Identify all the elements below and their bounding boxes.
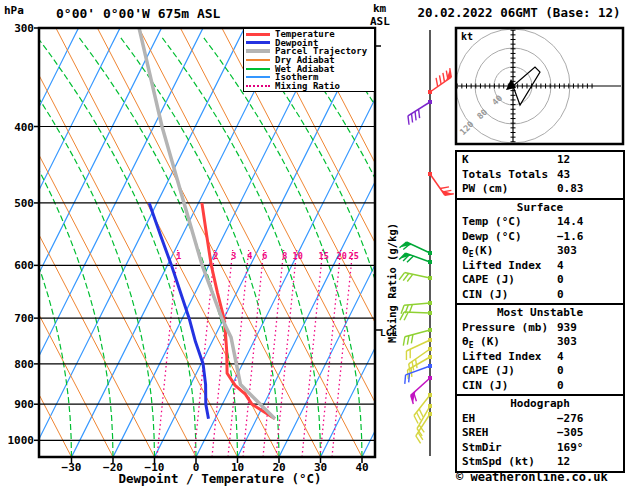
table-section-header: Surface bbox=[457, 201, 623, 216]
table-row-value: −305 bbox=[557, 426, 584, 439]
table-row-value: 0 bbox=[557, 288, 564, 301]
table-row: Lifted Index4 bbox=[457, 259, 623, 274]
wind-barb bbox=[400, 311, 432, 320]
table-section: HodographEH−276SREH−305StmDir169°StmSpd … bbox=[455, 394, 625, 473]
table-section: Most UnstablePressure (mb)939θE (K)303Li… bbox=[455, 303, 625, 396]
pressure-tick-label: 1000 bbox=[0, 434, 34, 447]
pressure-tick-label: 800 bbox=[0, 358, 34, 371]
table-row-value: 303 bbox=[557, 335, 577, 348]
dry-adiabat-line bbox=[0, 28, 30, 457]
table-row-label: StmSpd (kt) bbox=[462, 455, 535, 468]
table-row-label: EH bbox=[462, 412, 475, 425]
isotherm-line bbox=[155, 28, 370, 457]
isotherm-line bbox=[196, 28, 411, 457]
isotherm-line bbox=[238, 28, 453, 457]
mixing-ratio-value-label: 1 bbox=[170, 251, 188, 261]
table-row-label: CAPE (J) bbox=[462, 273, 515, 286]
pressure-tick-label: 400 bbox=[0, 121, 34, 134]
pressure-tick-label: 300 bbox=[0, 22, 34, 35]
table-row: PW (cm)0.83 bbox=[457, 182, 623, 197]
table-row-label: CIN (J) bbox=[462, 288, 508, 301]
indices-table: K12Totals Totals43PW (cm)0.83SurfaceTemp… bbox=[455, 152, 625, 473]
mixing-ratio-value-label: 2 bbox=[207, 251, 225, 261]
legend-label: Mixing Ratio bbox=[275, 81, 340, 91]
wind-barb-base-dot bbox=[428, 355, 432, 359]
table-row-value: 0 bbox=[557, 364, 564, 377]
temp-tick-label: 0 bbox=[180, 461, 212, 474]
lcl-label: LCL bbox=[380, 327, 397, 338]
isotherm-line bbox=[72, 28, 287, 457]
table-row: StmDir169° bbox=[457, 441, 623, 456]
wet-adiabat-line bbox=[0, 37, 155, 457]
dry-adiabat-line bbox=[222, 28, 445, 457]
temp-tick-label: 20 bbox=[263, 461, 295, 474]
mixing-ratio-value-label: 15 bbox=[315, 251, 333, 261]
pressure-tick-label: 500 bbox=[0, 197, 34, 210]
table-row: Pressure (mb)939 bbox=[457, 321, 623, 336]
table-row: CIN (J)0 bbox=[457, 379, 623, 394]
wind-barb bbox=[400, 242, 432, 255]
table-section: SurfaceTemp (°C)14.4Dewp (°C)−1.6θE(K)30… bbox=[455, 198, 625, 306]
table-row-value: 169° bbox=[557, 441, 584, 454]
wind-barb bbox=[408, 100, 432, 125]
temp-tick-label: −30 bbox=[56, 461, 88, 474]
table-row-label: Lifted Index bbox=[462, 350, 541, 363]
page-title: 0°00' 0°00'W 675m ASL bbox=[56, 6, 220, 21]
wind-barb-base-dot bbox=[428, 260, 432, 264]
table-row-label: Lifted Index bbox=[462, 259, 541, 272]
wind-barb-base-dot bbox=[428, 276, 432, 280]
legend-item: Mixing Ratio bbox=[246, 82, 372, 90]
legend-swatch-dry-adiabat bbox=[246, 59, 270, 61]
table-row-label: CIN (J) bbox=[462, 379, 508, 392]
temp-tick-label: 30 bbox=[305, 461, 337, 474]
temp-tick-label: −20 bbox=[97, 461, 129, 474]
table-row-value: 0 bbox=[557, 273, 564, 286]
wind-barb-base-dot bbox=[428, 376, 432, 380]
mixing-ratio-line bbox=[263, 250, 284, 457]
table-row: K12 bbox=[457, 153, 623, 168]
table-row: Temp (°C)14.4 bbox=[457, 215, 623, 230]
legend-swatch-temperature bbox=[246, 33, 270, 36]
table-row: CAPE (J)0 bbox=[457, 273, 623, 288]
isotherm-line bbox=[0, 28, 120, 457]
date-title: 20.02.2022 06GMT (Base: 12) bbox=[412, 5, 626, 20]
dry-adiabat-line bbox=[180, 28, 403, 457]
table-row-value: 4 bbox=[557, 259, 564, 272]
table-row-value: 0.83 bbox=[557, 182, 584, 195]
legend-swatch-parcel-trajectory bbox=[246, 49, 270, 53]
wind-barb-base-dot bbox=[428, 404, 432, 408]
wind-barb-base-dot bbox=[428, 393, 432, 397]
dry-adiabat-line bbox=[14, 28, 237, 457]
legend-swatch-isotherm bbox=[246, 76, 270, 78]
wind-barb-base-dot bbox=[428, 412, 432, 416]
table-row-value: 43 bbox=[557, 168, 570, 181]
wet-adiabat-line bbox=[0, 37, 30, 457]
mixing-ratio-value-label: 10 bbox=[289, 251, 307, 261]
temp-tick-label: 40 bbox=[346, 461, 378, 474]
wind-barb bbox=[428, 68, 451, 94]
table-row-label: Pressure (mb) bbox=[462, 321, 548, 334]
hodograph-unit-label: kt bbox=[461, 31, 473, 42]
wind-barb bbox=[399, 273, 432, 282]
table-row-value: −1.6 bbox=[557, 230, 584, 243]
table-row-label: Dewp (°C) bbox=[462, 230, 522, 243]
dry-adiabat-line bbox=[0, 28, 72, 457]
isotherm-line bbox=[30, 28, 245, 457]
table-section: K12Totals Totals43PW (cm)0.83 bbox=[455, 150, 625, 200]
wind-barb-base-dot bbox=[428, 338, 432, 342]
pressure-unit-label: hPa bbox=[4, 4, 24, 17]
pressure-tick-label: 600 bbox=[0, 259, 34, 272]
table-row-value: −276 bbox=[557, 412, 584, 425]
wind-barb bbox=[403, 328, 432, 346]
wind-barb-base-dot bbox=[428, 311, 432, 315]
table-section-header: Hodograph bbox=[457, 397, 623, 412]
wind-barb-base-dot bbox=[428, 301, 432, 305]
table-row-value: 939 bbox=[557, 321, 577, 334]
pressure-tick-label: 900 bbox=[0, 398, 34, 411]
skewt-sounding-page: hPa 0°00' 0°00'W 675m ASL km ASL 20.02.2… bbox=[0, 0, 629, 486]
table-row-value: 0 bbox=[557, 379, 564, 392]
temp-tick-label: 10 bbox=[222, 461, 254, 474]
table-row: Totals Totals43 bbox=[457, 168, 623, 183]
table-row-label: Temp (°C) bbox=[462, 215, 522, 228]
table-row-value: 4 bbox=[557, 350, 564, 363]
